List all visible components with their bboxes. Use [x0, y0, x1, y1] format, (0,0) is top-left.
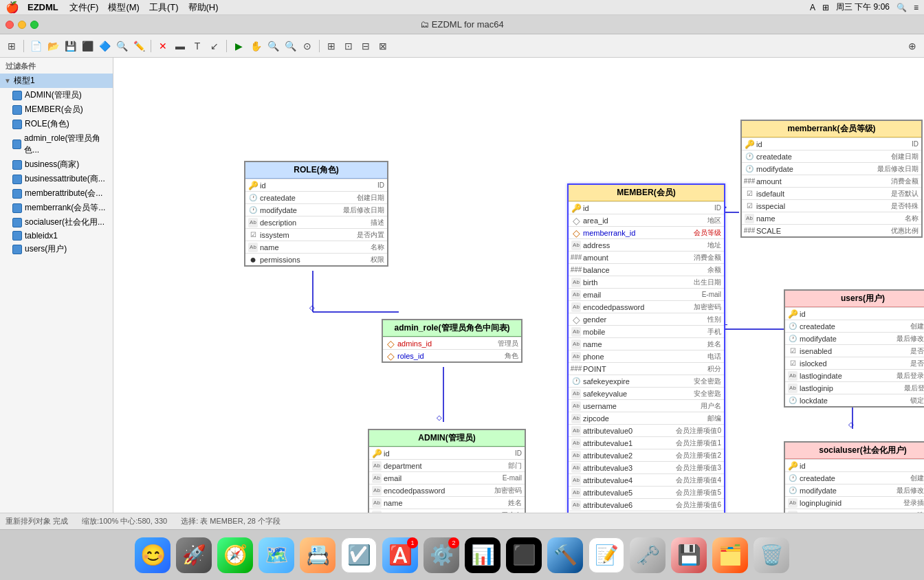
table-row[interactable]: Ab description 描述 [245, 216, 387, 228]
table-row[interactable]: ### amount 消费金额 [742, 175, 921, 187]
toolbar-grid-btn[interactable]: ⊞ [4, 38, 19, 54]
table-row[interactable]: 🕐 safekeyexpire 安全密匙 [569, 375, 724, 387]
toolbar-delete-btn[interactable]: ✕ [155, 38, 170, 54]
sidebar-item-memberrank[interactable]: memberrank(会员等... [0, 201, 113, 215]
role-table[interactable]: ROLE(角色) 🔑 id ID 🕐 createdate 创建日期 🕐 mod… [244, 161, 388, 267]
search-icon[interactable]: 🔍 [896, 3, 907, 12]
table-row[interactable]: ◇ admins_id 管理员 [383, 337, 521, 349]
table-row[interactable]: 🔑 id ID [369, 447, 525, 459]
more-icon[interactable]: ≡ [914, 3, 918, 12]
sidebar-item-business[interactable]: business(商家) [0, 157, 113, 172]
table-row[interactable]: Ab attributevalue4 会员注册项值4 [569, 473, 724, 486]
table-row[interactable]: ☑ isenabled 是否启用 [785, 344, 924, 357]
toolbar-run-btn[interactable]: ▶ [231, 38, 246, 54]
table-row[interactable]: Ab department 部门 [369, 459, 525, 471]
dock-maps[interactable]: 🗺️ [258, 537, 294, 573]
table-row[interactable]: Ab attributevalue7 会员注册项值7 [569, 511, 724, 513]
table-row[interactable]: ### amount 消费金额 [569, 251, 724, 263]
table-row[interactable]: 🕐 modifydate 最后修改日期 [245, 203, 387, 216]
sidebar-model[interactable]: ▼ 模型1 [0, 74, 113, 88]
table-row[interactable]: Ab mobile 手机 [569, 325, 724, 337]
table-row[interactable]: Ab name 名称 [245, 241, 387, 253]
table-row[interactable]: Ab phone 电话 [569, 350, 724, 362]
toolbar-zoomout-btn[interactable]: 🔍 [283, 38, 298, 54]
table-row[interactable]: 🕐 modifydate 最后修改日期 [785, 484, 924, 496]
dock-appstore[interactable]: 🅰️ 1 [382, 537, 418, 573]
toolbar-settings-btn[interactable]: ⊕ [905, 38, 920, 54]
table-row[interactable]: Ab email E-mail [369, 471, 525, 484]
table-row[interactable]: Ab email E-mail [569, 288, 724, 300]
table-row[interactable]: Ab name 名称 [742, 212, 921, 224]
table-row[interactable]: 🔑 id ID [569, 201, 724, 214]
toolbar-zoomin-btn[interactable]: 🔍 [265, 38, 280, 54]
dock-xcode[interactable]: 🔨 [547, 537, 583, 573]
table-row[interactable]: Ab attributevalue0 会员注册项值0 [569, 424, 724, 436]
minimize-button[interactable] [18, 21, 26, 29]
table-row[interactable]: Ab encodedpassword 加密密码 [569, 300, 724, 313]
admin-table[interactable]: ADMIN(管理员) 🔑 id ID Ab department 部门 Ab e… [368, 429, 526, 513]
sidebar-item-role[interactable]: ROLE(角色) [0, 117, 113, 131]
table-row[interactable]: Ab loginpluginid 登录插件ID [785, 496, 924, 509]
sidebar-item-tableidx[interactable]: tableidx1 [0, 230, 113, 242]
toolbar-hand-btn[interactable]: ✋ [248, 38, 263, 54]
dock-keychain[interactable]: 🗝️ [630, 537, 666, 573]
menu-model[interactable]: 模型(M) [108, 1, 140, 14]
users-table[interactable]: users(用户) 🔑 id ID 🕐 createdate 创建日期 🕐 mo… [784, 289, 924, 408]
sidebar-item-bizattr[interactable]: businessattribute(商... [0, 172, 113, 186]
dock-finder[interactable]: 😊 [135, 537, 170, 573]
table-row[interactable]: Ab encodedpassword 加密密码 [369, 484, 525, 496]
table-row[interactable]: Ab attributevalue3 会员注册项值3 [569, 461, 724, 473]
toolbar-layout4-btn[interactable]: ⊠ [375, 38, 390, 54]
sidebar-item-admin[interactable]: ADMIN(管理员) [0, 88, 113, 102]
table-row[interactable]: Ab attributevalue2 会员注册项值2 [569, 449, 724, 461]
toolbar-open-btn[interactable]: 📂 [45, 38, 60, 54]
table-row[interactable]: Ab uniqueid 唯一ID [785, 509, 924, 513]
table-row[interactable]: ☑ isdefault 是否默认 [742, 187, 921, 199]
table-row[interactable]: Ab attributevalue1 会员注册项值1 [569, 436, 724, 449]
table-row[interactable]: ● permissions 权限 [245, 253, 387, 265]
table-row[interactable]: ### POINT 积分 [569, 362, 724, 375]
table-row[interactable]: Ab username 用户名 [569, 399, 724, 412]
menu-tools[interactable]: 工具(T) [149, 1, 179, 14]
apple-menu[interactable]: 🍎 [6, 1, 19, 14]
table-row[interactable]: 🕐 modifydate 最后修改日期 [742, 162, 921, 175]
table-row[interactable]: ◇ roles_id 角色 [383, 349, 521, 361]
table-row[interactable]: 🕐 modifydate 最后修改日期 [785, 332, 924, 344]
table-row[interactable]: Ab address 地址 [569, 238, 724, 251]
toolbar-layout3-btn[interactable]: ⊟ [358, 38, 373, 54]
dock-contacts[interactable]: 📇 [300, 537, 336, 573]
dock-launchpad[interactable]: 🚀 [176, 537, 212, 573]
close-button[interactable] [6, 21, 14, 29]
table-row[interactable]: Ab name 姓名 [569, 337, 724, 350]
table-row[interactable]: Ab attributevalue5 会员注册项值5 [569, 486, 724, 498]
memberrank-table[interactable]: memberrank(会员等级) 🔑 id ID 🕐 createdate 创建… [740, 120, 923, 238]
toolbar-table-btn[interactable]: ▬ [173, 38, 188, 54]
app-name[interactable]: EZDML [28, 2, 58, 12]
table-row[interactable]: Ab lastloginip 最后登录IP [785, 381, 924, 394]
table-row[interactable]: Ab birth 出生日期 [569, 276, 724, 288]
table-row[interactable]: Ab zipcode 邮编 [569, 412, 724, 424]
table-row[interactable]: Ab safekeyvalue 安全密匙 [569, 387, 724, 399]
table-row[interactable]: ◇ area_id 地区 [569, 214, 724, 226]
maximize-button[interactable] [30, 21, 38, 29]
dock-reminders[interactable]: ☑️ [341, 537, 377, 573]
toolbar-export-btn[interactable]: ⬛ [80, 38, 95, 54]
table-row[interactable]: ◇ memberrank_id 会员等级 [569, 226, 724, 238]
member-table[interactable]: MEMBER(会员) 🔑 id ID ◇ area_id 地区 ◇ member… [567, 183, 725, 513]
table-row[interactable]: 🕐 createdate 创建日期 [785, 320, 924, 332]
canvas[interactable]: => |— ◇ ◇ ◇ ROLE(角色) 🔑 id ID 🕐 createdat… [113, 58, 924, 513]
toolbar-layout1-btn[interactable]: ⊞ [324, 38, 339, 54]
table-row[interactable]: 🕐 createdate 创建日期 [245, 191, 387, 203]
sidebar-item-users[interactable]: users(用户) [0, 242, 113, 256]
dock-activitymonitor[interactable]: 📊 [465, 537, 500, 573]
menu-file[interactable]: 文件(F) [69, 1, 99, 14]
sidebar-item-memberattr[interactable]: memberattribute(会... [0, 186, 113, 201]
dock-textedit[interactable]: 📝 [588, 537, 624, 573]
socialuser-table[interactable]: socialuser(社会化用户) 🔑 id ID 🕐 createdate 创… [784, 441, 924, 513]
dock-diskutil[interactable]: 💾 [671, 537, 707, 573]
toolbar-sql-btn[interactable]: 🔷 [97, 38, 112, 54]
table-row[interactable]: ### SCALE 优惠比例 [742, 224, 921, 236]
toolbar-new-btn[interactable]: 📄 [28, 38, 43, 54]
dock-trash[interactable]: 🗑️ [754, 537, 789, 573]
table-row[interactable]: 🕐 lockdate 锁定日期 [785, 394, 924, 406]
